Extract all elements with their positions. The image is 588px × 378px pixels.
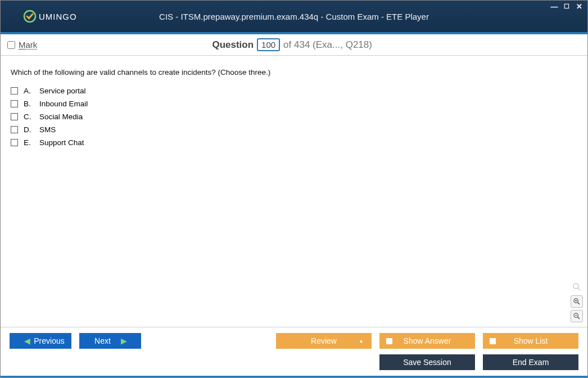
question-number-input[interactable]: 100 xyxy=(257,38,280,51)
zoom-tools xyxy=(571,281,583,322)
checkbox-icon xyxy=(490,338,496,344)
button-row-2: Save Session End Exam xyxy=(1,352,587,376)
titlebar: UMINGO CIS - ITSM.prepaway.premium.exam.… xyxy=(1,1,587,34)
search-icon[interactable] xyxy=(571,281,583,293)
question-content: Which of the following are valid channel… xyxy=(1,56,587,327)
svg-point-1 xyxy=(573,284,578,289)
end-exam-button[interactable]: End Exam xyxy=(483,354,578,370)
end-exam-label: End Exam xyxy=(513,358,549,367)
question-info: Question 100 of 434 (Exa..., Q218) xyxy=(37,38,547,51)
close-button[interactable]: ✕ xyxy=(574,2,584,11)
question-header: Mark Question 100 of 434 (Exa..., Q218) xyxy=(1,34,587,56)
option-letter: A. xyxy=(24,87,34,95)
option-a[interactable]: A. Service portal xyxy=(11,87,581,95)
mark-checkbox-wrap[interactable]: Mark xyxy=(7,40,37,50)
show-answer-label: Show Answer xyxy=(404,336,451,345)
question-text: Which of the following are valid channel… xyxy=(11,68,581,76)
window-controls: — ☐ ✕ xyxy=(549,2,584,11)
review-label: Review xyxy=(311,336,337,345)
option-d[interactable]: D. SMS xyxy=(11,125,581,134)
checkbox-icon xyxy=(386,338,392,344)
logo-text: UMINGO xyxy=(39,12,77,21)
show-list-button[interactable]: Show List xyxy=(483,333,578,349)
footer: ◀ Previous Next ▶ Review ▲ Show Answer S… xyxy=(1,327,587,377)
option-text: Service portal xyxy=(39,87,86,95)
option-letter: E. xyxy=(24,138,34,147)
option-c[interactable]: C. Social Media xyxy=(11,112,581,121)
question-of-text: of 434 (Exa..., Q218) xyxy=(283,39,372,51)
minimize-button[interactable]: — xyxy=(549,2,559,11)
app-window: UMINGO CIS - ITSM.prepaway.premium.exam.… xyxy=(0,0,588,378)
mark-label: Mark xyxy=(19,40,37,50)
mark-checkbox[interactable] xyxy=(7,41,15,49)
maximize-button[interactable]: ☐ xyxy=(562,2,572,11)
review-button[interactable]: Review ▲ xyxy=(276,333,372,349)
option-b[interactable]: B. Inbound Email xyxy=(11,100,581,108)
option-checkbox[interactable] xyxy=(11,87,18,94)
logo: UMINGO xyxy=(23,10,77,23)
svg-line-4 xyxy=(577,302,579,304)
bottom-accent-border xyxy=(1,376,587,377)
previous-label: Previous xyxy=(34,336,64,345)
show-answer-button[interactable]: Show Answer xyxy=(379,333,475,349)
button-row-1: ◀ Previous Next ▶ Review ▲ Show Answer S… xyxy=(1,327,587,352)
chevron-right-icon: ▶ xyxy=(121,336,127,345)
show-list-label: Show List xyxy=(514,336,548,345)
option-letter: C. xyxy=(24,112,34,121)
option-text: Social Media xyxy=(39,112,83,121)
option-checkbox[interactable] xyxy=(11,100,18,107)
window-title: CIS - ITSM.prepaway.premium.exam.434q - … xyxy=(1,12,587,21)
zoom-in-button[interactable] xyxy=(571,295,583,308)
triangle-up-icon: ▲ xyxy=(359,338,364,344)
zoom-out-button[interactable] xyxy=(571,310,583,322)
options-list: A. Service portal B. Inbound Email C. So… xyxy=(11,87,581,147)
option-text: Inbound Email xyxy=(39,100,88,108)
option-checkbox[interactable] xyxy=(11,139,18,146)
chevron-left-icon: ◀ xyxy=(24,336,30,345)
next-button[interactable]: Next ▶ xyxy=(79,333,141,349)
option-e[interactable]: E. Support Chat xyxy=(11,138,581,147)
svg-line-2 xyxy=(578,288,580,290)
option-checkbox[interactable] xyxy=(11,126,18,133)
save-session-label: Save Session xyxy=(403,358,451,367)
option-text: Support Chat xyxy=(39,138,84,147)
logo-icon xyxy=(23,10,37,23)
next-label: Next xyxy=(94,336,111,345)
svg-line-8 xyxy=(577,317,579,318)
question-label: Question xyxy=(212,39,254,51)
previous-button[interactable]: ◀ Previous xyxy=(10,333,71,349)
save-session-button[interactable]: Save Session xyxy=(379,354,475,370)
option-letter: B. xyxy=(24,100,34,108)
option-text: SMS xyxy=(39,125,56,134)
option-checkbox[interactable] xyxy=(11,113,18,120)
option-letter: D. xyxy=(24,125,34,134)
